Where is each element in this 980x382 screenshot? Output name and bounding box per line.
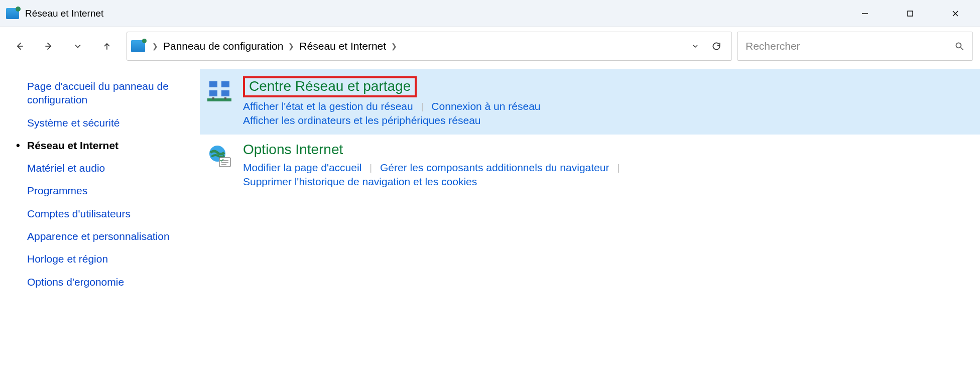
svg-rect-11	[221, 90, 229, 96]
link-connect-network[interactable]: Connexion à un réseau	[431, 99, 540, 113]
content-area: Centre Réseau et partage Afficher l'état…	[200, 65, 980, 382]
category-body: Centre Réseau et partage Afficher l'état…	[243, 76, 975, 128]
forward-button[interactable]	[39, 37, 58, 56]
chevron-right-icon[interactable]: ❯	[391, 42, 397, 50]
chevron-right-icon[interactable]: ❯	[288, 42, 294, 50]
refresh-button[interactable]	[705, 41, 727, 51]
location-icon	[131, 40, 145, 52]
search-input[interactable]	[746, 40, 954, 52]
svg-rect-13	[212, 97, 214, 99]
window-controls	[842, 0, 978, 27]
window-title: Réseau et Internet	[25, 8, 103, 19]
navigation-row: ❯ Panneau de configuration ❯ Réseau et I…	[0, 27, 980, 65]
link-delete-history[interactable]: Supprimer l'historique de navigation et …	[243, 175, 477, 189]
close-button[interactable]	[933, 0, 978, 27]
link-view-network-status[interactable]: Afficher l'état et la gestion du réseau	[243, 99, 413, 113]
main-area: Page d'accueil du panneau de configurati…	[0, 65, 980, 382]
link-manage-addons[interactable]: Gérer les composants additionnels du nav…	[380, 161, 609, 175]
minimize-button[interactable]	[842, 0, 888, 27]
svg-rect-14	[224, 97, 226, 99]
sidebar-item-appearance[interactable]: Apparence et personnalisation	[27, 229, 190, 243]
sidebar-item-programs[interactable]: Programmes	[27, 184, 190, 197]
nav-buttons	[7, 37, 121, 56]
sidebar-item-system-security[interactable]: Système et sécurité	[27, 116, 190, 130]
svg-rect-12	[207, 98, 231, 101]
sidebar-item-ease-of-access[interactable]: Options d'ergonomie	[27, 275, 190, 289]
titlebar: Réseau et Internet	[0, 0, 980, 27]
svg-line-7	[961, 48, 963, 50]
separator: |	[421, 101, 424, 112]
svg-rect-9	[221, 81, 229, 87]
category-links: Afficher l'état et la gestion du réseau …	[243, 99, 965, 128]
category-body: Options Internet Modifier la page d'accu…	[243, 142, 975, 189]
sidebar-item-hardware-sound[interactable]: Matériel et audio	[27, 161, 190, 175]
category-internet-options: Options Internet Modifier la page d'accu…	[200, 135, 980, 196]
svg-rect-1	[908, 11, 913, 16]
network-sharing-icon	[205, 76, 234, 128]
breadcrumb-item[interactable]: Réseau et Internet	[298, 38, 387, 54]
category-links: Modifier la page d'accueil | Gérer les c…	[243, 161, 965, 189]
breadcrumb-item[interactable]: Panneau de configuration	[162, 38, 284, 54]
sidebar-item-user-accounts[interactable]: Comptes d'utilisateurs	[27, 207, 190, 220]
separator: |	[370, 163, 372, 173]
back-button[interactable]	[10, 37, 29, 56]
category-title-network-sharing[interactable]: Centre Réseau et partage	[243, 76, 417, 97]
sidebar-item-network-internet[interactable]: Réseau et Internet	[27, 139, 190, 152]
app-icon	[6, 8, 19, 19]
svg-point-6	[956, 43, 961, 48]
address-history-dropdown[interactable]	[685, 42, 705, 50]
link-change-homepage[interactable]: Modifier la page d'accueil	[243, 161, 361, 175]
svg-rect-10	[209, 90, 217, 96]
search-box[interactable]	[737, 32, 973, 61]
maximize-button[interactable]	[888, 0, 933, 27]
sidebar-item-clock-region[interactable]: Horloge et région	[27, 252, 190, 266]
separator: |	[617, 163, 620, 173]
address-bar[interactable]: ❯ Panneau de configuration ❯ Réseau et I…	[127, 32, 732, 61]
svg-rect-16	[219, 158, 230, 167]
link-view-network-devices[interactable]: Afficher les ordinateurs et les périphér…	[243, 113, 481, 128]
sidebar: Page d'accueil du panneau de configurati…	[0, 65, 200, 382]
search-icon[interactable]	[954, 41, 964, 51]
sidebar-item-home[interactable]: Page d'accueil du panneau de configurati…	[27, 79, 190, 107]
internet-options-icon	[205, 142, 234, 189]
up-button[interactable]	[97, 37, 116, 56]
chevron-right-icon[interactable]: ❯	[152, 42, 158, 50]
category-network-sharing: Centre Réseau et partage Afficher l'état…	[200, 69, 980, 135]
svg-rect-8	[209, 81, 217, 87]
category-title-internet-options[interactable]: Options Internet	[243, 142, 343, 158]
recent-locations-button[interactable]	[68, 37, 87, 56]
